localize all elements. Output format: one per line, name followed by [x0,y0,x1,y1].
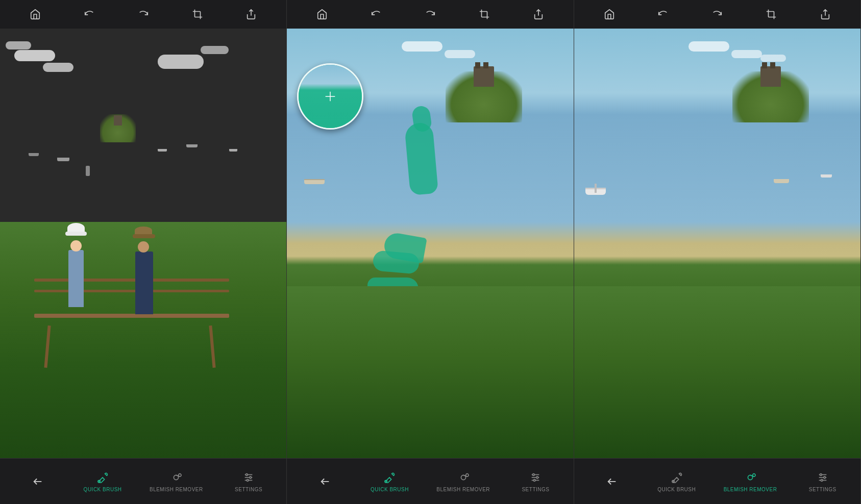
home-icon-2[interactable] [313,5,331,23]
blemish-remover-tab-2[interactable]: BLEMISH REMOVER [436,470,490,492]
settings-tab-2[interactable]: SETTINGS [518,470,553,492]
blemish-remover-label-2: BLEMISH REMOVER [436,487,490,492]
panel-3: QUICK BRUSH BLEMISH REMOVER [574,0,861,504]
panel-1: QUICK BRUSH BLEMISH REMOVER [0,0,287,504]
back-arrow-icon[interactable] [32,474,43,489]
bench-back2 [34,290,229,292]
magnifier-circle [297,63,363,130]
blemish-remover-tab-3[interactable]: BLEMISH REMOVER [724,470,777,492]
share-icon[interactable] [242,5,260,23]
island-hill [100,114,136,142]
after-photo [574,29,860,458]
redo-icon-3[interactable] [708,5,726,23]
svg-rect-0 [194,12,200,17]
svg-point-25 [533,474,535,476]
bench-back [34,279,229,282]
crop-icon[interactable] [188,5,207,23]
blemish-icon-1 [169,470,183,485]
back-button-1[interactable] [20,474,56,489]
boat [158,149,167,152]
settings-icon-2 [530,470,541,485]
blemish-remover-label-1: BLEMISH REMOVER [150,487,203,492]
back-button-3[interactable] [594,474,630,489]
svg-point-27 [534,480,536,482]
bottom-toolbar-2: QUICK BRUSH BLEMISH REMOVER [287,458,573,504]
crop-icon-2[interactable] [475,5,494,23]
settings-label-1: SETTINGS [235,487,262,492]
svg-point-26 [536,476,538,478]
cloud-3a [688,41,729,52]
grass-3 [574,286,860,458]
quick-brush-label-3: QUICK BRUSH [657,487,696,492]
redo-icon-2[interactable] [421,5,439,23]
bench [23,264,252,406]
settings-label-2: SETTINGS [522,487,549,492]
grass-foreground [0,222,286,458]
boat [186,144,198,147]
settings-icon-1 [243,470,254,485]
person-distant [86,166,90,176]
castle-hill-2 [446,71,522,133]
quick-brush-tab-2[interactable]: QUICK BRUSH [371,470,409,492]
cloud [201,46,229,54]
cloud-2b [445,50,475,58]
blemish-icon-3 [744,470,757,485]
cloud [14,50,55,61]
photo-area-3[interactable] [574,29,860,458]
cloud-3b [731,50,762,58]
settings-tab-3[interactable]: SETTINGS [805,470,841,492]
bench-seat [34,314,229,318]
panel-2: QUICK BRUSH BLEMISH REMOVER [287,0,574,504]
home-icon-3[interactable] [600,5,619,23]
crop-icon-3[interactable] [762,5,780,23]
quick-brush-label-1: QUICK BRUSH [84,487,122,492]
boat [229,149,237,152]
top-toolbar-3 [574,0,860,29]
brush-icon-3 [671,470,682,485]
photo-area-1[interactable] [0,29,286,458]
back-arrow-icon-3[interactable] [606,474,618,489]
boat [57,158,69,161]
bench-leg2 [209,325,216,368]
home-icon[interactable] [26,5,44,23]
cloud [158,55,204,69]
share-icon-3[interactable] [816,5,834,23]
undo-icon[interactable] [80,5,99,23]
svg-rect-28 [769,12,774,17]
back-button-2[interactable] [307,474,343,489]
undo-icon-2[interactable] [367,5,385,23]
svg-point-39 [824,476,826,478]
bench-leg [44,325,51,368]
boat-3b [821,174,832,178]
boat [29,153,39,156]
grass-2 [287,286,573,458]
boat-3a [774,179,789,183]
blemish-remover-label-3: BLEMISH REMOVER [724,487,777,492]
castle-hill-3 [732,71,809,133]
brush-stroke-main [404,122,438,195]
photo-area-2[interactable] [287,29,573,458]
svg-rect-13 [481,12,487,17]
cloud-2a [402,41,442,52]
quick-brush-tab-1[interactable]: QUICK BRUSH [84,470,122,492]
top-toolbar-2 [287,0,573,29]
svg-point-11 [250,476,252,478]
bottom-toolbar-1: QUICK BRUSH BLEMISH REMOVER [0,458,286,504]
zoomed-photo [287,29,573,458]
brush-stroke-ext [372,250,420,274]
back-arrow-icon-2[interactable] [319,474,331,489]
redo-icon[interactable] [134,5,153,23]
svg-point-12 [247,480,249,482]
settings-tab-1[interactable]: SETTINGS [231,470,266,492]
undo-icon-3[interactable] [654,5,672,23]
blemish-icon-2 [457,470,470,485]
blemish-remover-tab-1[interactable]: BLEMISH REMOVER [150,470,203,492]
share-icon-2[interactable] [529,5,548,23]
brush-icon-2 [384,470,395,485]
quick-brush-tab-3[interactable]: QUICK BRUSH [657,470,696,492]
svg-point-40 [821,480,823,482]
settings-icon-3 [817,470,828,485]
svg-point-10 [246,474,248,476]
settings-label-3: SETTINGS [809,487,837,492]
quick-brush-label-2: QUICK BRUSH [371,487,409,492]
